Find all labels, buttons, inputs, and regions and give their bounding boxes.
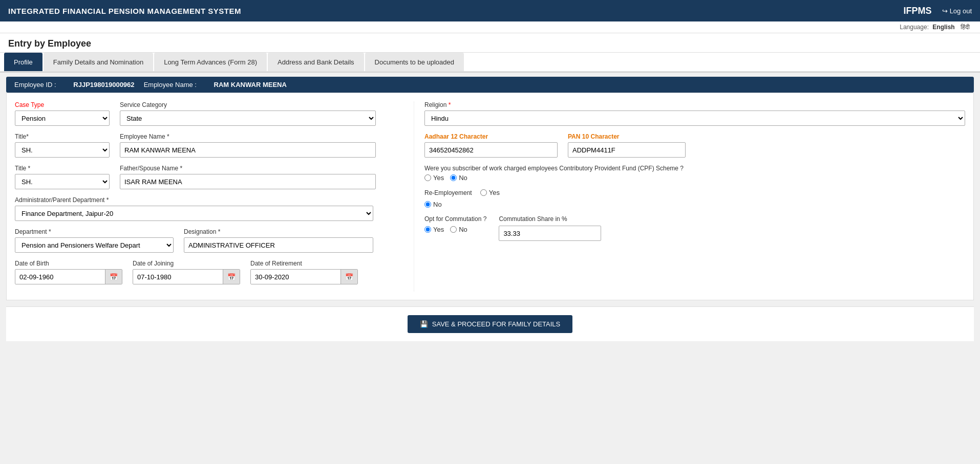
doj-calendar-button[interactable]: 📅 [223, 270, 240, 284]
commutation-yes-label[interactable]: Yes [424, 226, 444, 233]
reemploy-no-group: No [424, 201, 965, 208]
title2-select[interactable]: SH. SMT. LT. SH. [15, 174, 110, 189]
admin-dept-select[interactable]: Finance Department, Jaipur-20 Revenue De… [15, 206, 373, 221]
designation-input[interactable] [184, 237, 373, 253]
logout-arrow-icon: ↪ [942, 7, 948, 15]
dor-input[interactable] [251, 270, 340, 284]
label-father-spouse: Father/Spouse Name * [120, 165, 376, 172]
employee-id-value: RJJP198019000962 [73, 81, 134, 89]
group-reemployment: Re-Employement Yes No [424, 189, 965, 208]
row-dept-desig: Department * Pension and Pensioners Welf… [15, 228, 403, 253]
commutation-share-input[interactable] [499, 226, 601, 241]
form-area: Case Type Pension Family Pension Gratuit… [6, 93, 974, 300]
save-icon: 💾 [420, 320, 428, 328]
cpf-radio-group: Yes No [424, 174, 965, 182]
cpf-yes-label[interactable]: Yes [424, 174, 444, 182]
reemploy-yes-radio[interactable] [480, 189, 487, 196]
row-commutation: Opt for Commutation ? Yes No Commutation [424, 215, 965, 241]
reemploy-no-radio[interactable] [424, 201, 431, 208]
commutation-no-label[interactable]: No [450, 226, 467, 233]
group-commutation-share: Commutation Share in % [499, 215, 601, 241]
label-reemployment: Re-Employement [424, 189, 472, 196]
doj-input-wrap: 📅 [133, 269, 240, 284]
row-dates: Date of Birth 📅 Date of Joining 📅 Date o… [15, 260, 403, 284]
commutation-radio-group: Yes No [424, 226, 486, 233]
title1-select[interactable]: SH. SMT. KM. DR. [15, 142, 110, 158]
reemploy-yes-label[interactable]: Yes [480, 189, 500, 196]
tab-advances[interactable]: Long Term Advances (Form 28) [154, 53, 267, 71]
employee-name-value: RAM KANWAR MEENA [214, 81, 287, 89]
label-religion: Religion * [424, 101, 965, 108]
right-column: Religion * Hindu Muslim Christian Sikh O… [414, 101, 965, 292]
pan-input[interactable] [568, 142, 686, 158]
dor-calendar-button[interactable]: 📅 [340, 270, 357, 284]
logout-button[interactable]: ↪ Log out [942, 7, 972, 15]
group-title1: Title* SH. SMT. KM. DR. [15, 133, 110, 158]
page-title: Entry by Employee [0, 33, 980, 53]
group-doj: Date of Joining 📅 [133, 260, 240, 284]
label-designation: Designation * [184, 228, 373, 235]
religion-select[interactable]: Hindu Muslim Christian Sikh Other [424, 111, 965, 126]
employee-name-input[interactable] [120, 142, 376, 158]
case-type-label-text: Case Type [15, 101, 44, 108]
save-proceed-button[interactable]: 💾 SAVE & PROCEED FOR FAMILY DETAILS [408, 315, 572, 333]
row-admin-dept: Administrator/Parent Department * Financ… [15, 196, 403, 221]
tab-family[interactable]: Family Details and Nomination [44, 53, 153, 71]
reemploy-no-label[interactable]: No [424, 201, 442, 208]
group-aadhaar: Aadhaar 12 Character [424, 133, 558, 158]
language-label: Language: [900, 24, 929, 31]
language-bar: Language: English हिंदी [0, 21, 980, 33]
tab-bar: Profile Family Details and Nomination Lo… [0, 53, 980, 72]
group-pan: PAN 10 Character [568, 133, 686, 158]
label-commutation-share: Commutation Share in % [499, 215, 601, 223]
department-select[interactable]: Pension and Pensioners Welfare Depart Fi… [15, 237, 174, 253]
dob-calendar-button[interactable]: 📅 [105, 270, 122, 284]
left-column: Case Type Pension Family Pension Gratuit… [15, 101, 414, 292]
commutation-yes-radio[interactable] [424, 226, 431, 233]
group-dor: Date of Retirement 📅 [250, 260, 358, 284]
row-title-empname: Title* SH. SMT. KM. DR. Employee Name * [15, 133, 403, 158]
group-admin-dept: Administrator/Parent Department * Financ… [15, 196, 373, 221]
group-service-category: Service Category State Central Other [120, 101, 376, 126]
service-category-select[interactable]: State Central Other [120, 111, 376, 126]
bottom-bar: 💾 SAVE & PROCEED FOR FAMILY DETAILS [6, 306, 974, 341]
label-employee-name: Employee Name * [120, 133, 376, 140]
doj-input[interactable] [133, 270, 223, 284]
language-english[interactable]: English [932, 24, 954, 31]
group-designation: Designation * [184, 228, 373, 253]
tab-address[interactable]: Address and Bank Details [268, 53, 364, 71]
row-title2-father: Title * SH. SMT. LT. SH. Father/Spouse N… [15, 165, 403, 189]
dob-input[interactable] [15, 270, 105, 284]
group-employee-name: Employee Name * [120, 133, 376, 158]
label-dor: Date of Retirement [250, 260, 358, 267]
reemployment-radio-group: Yes [480, 189, 500, 196]
row-aadhaar-pan: Aadhaar 12 Character PAN 10 Character [424, 133, 965, 158]
app-header: INTEGRATED FINANCIAL PENSION MANAGEMENT … [0, 0, 980, 21]
group-title2: Title * SH. SMT. LT. SH. [15, 165, 110, 189]
row-case-service: Case Type Pension Family Pension Gratuit… [15, 101, 403, 126]
label-pan: PAN 10 Character [568, 133, 686, 140]
label-commutation: Opt for Commutation ? [424, 215, 486, 223]
group-dob: Date of Birth 📅 [15, 260, 122, 284]
dor-input-wrap: 📅 [250, 269, 358, 284]
cpf-yes-radio[interactable] [424, 174, 431, 181]
language-hindi[interactable]: हिंदी [961, 24, 970, 31]
aadhaar-input[interactable] [424, 142, 558, 158]
father-spouse-input[interactable] [120, 174, 376, 189]
employee-name-label: Employee Name : [144, 81, 197, 89]
label-case-type: Case Type [15, 101, 110, 108]
group-case-type: Case Type Pension Family Pension Gratuit… [15, 101, 110, 126]
tab-profile[interactable]: Profile [4, 53, 42, 71]
group-father-spouse-name: Father/Spouse Name * [120, 165, 376, 189]
case-type-select[interactable]: Pension Family Pension Gratuity [15, 111, 110, 126]
label-title2: Title * [15, 165, 110, 172]
cpf-no-label[interactable]: No [450, 174, 467, 182]
cpf-no-radio[interactable] [450, 174, 457, 181]
label-service-category: Service Category [120, 101, 376, 108]
save-button-label: SAVE & PROCEED FOR FAMILY DETAILS [432, 320, 560, 328]
label-dob: Date of Birth [15, 260, 122, 267]
group-department: Department * Pension and Pensioners Welf… [15, 228, 174, 253]
tab-documents[interactable]: Documents to be uploaded [365, 53, 464, 71]
brand-logo: IFPMS [904, 6, 932, 16]
commutation-no-radio[interactable] [450, 226, 457, 233]
